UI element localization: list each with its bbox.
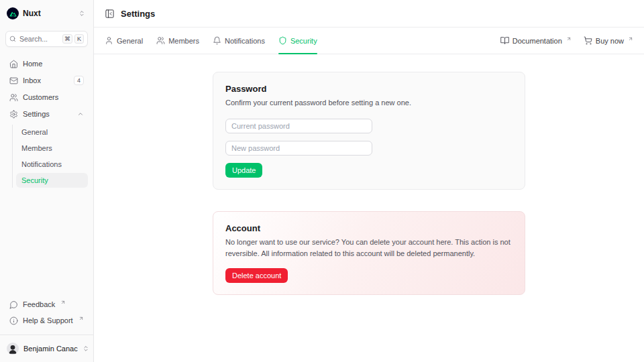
cart-icon: [584, 36, 592, 45]
account-card-description: No longer want to use our service? You c…: [225, 237, 513, 259]
gear-icon: [9, 110, 18, 119]
sidebar-item-settings[interactable]: Settings: [5, 107, 88, 121]
new-password-field[interactable]: [225, 141, 372, 156]
help-support-link[interactable]: Help & Support: [5, 313, 88, 328]
panel-left-close-icon: [105, 9, 115, 19]
info-circle-icon: [9, 316, 18, 325]
sidebar-item-notifications[interactable]: Notifications: [16, 157, 88, 172]
home-icon: [9, 60, 18, 68]
external-link-icon: [566, 36, 572, 42]
toolbar-link-label: Documentation: [513, 37, 562, 45]
sidebar-item-customers[interactable]: Customers: [5, 90, 88, 105]
inbox-icon: [9, 76, 18, 85]
sidebar-item-security[interactable]: Security: [16, 173, 88, 188]
users-icon: [9, 93, 18, 102]
external-link-icon: [78, 316, 84, 321]
sidebar-footer: Feedback Help & Support Benjamin Canac: [5, 297, 88, 357]
user-name: Benjamin Canac: [23, 345, 78, 353]
footer-link-label: Feedback: [23, 300, 55, 308]
book-open-icon: [500, 36, 509, 45]
bell-icon: [213, 36, 221, 45]
divider: [0, 335, 93, 335]
page-title: Settings: [121, 9, 155, 19]
sidebar-nav: Home Inbox 4 Customers Settings General …: [5, 56, 88, 188]
collapse-sidebar-button[interactable]: [105, 9, 115, 19]
feedback-link[interactable]: Feedback: [5, 297, 88, 312]
sidebar-item-label: Inbox: [23, 76, 41, 84]
password-card-title: Password: [225, 84, 513, 94]
tab-label: Security: [290, 37, 317, 45]
shield-icon: [278, 36, 287, 45]
current-password-field[interactable]: [225, 119, 372, 133]
chevrons-up-down-icon: [83, 345, 89, 352]
tab-label: General: [117, 37, 143, 45]
password-card-description: Confirm your current password before set…: [225, 97, 513, 109]
chat-bubble-icon: [9, 300, 18, 309]
users-icon: [156, 36, 165, 45]
sidebar-item-label: Settings: [23, 110, 50, 118]
sidebar-item-label: General: [21, 128, 48, 136]
chevrons-up-down-icon: [78, 10, 85, 17]
sidebar-item-general[interactable]: General: [16, 125, 88, 139]
nuxt-logo-icon: [7, 7, 19, 19]
external-link-icon: [60, 300, 66, 305]
update-password-button[interactable]: Update: [225, 163, 262, 178]
toolbar-link-label: Buy now: [596, 37, 624, 45]
buy-now-link[interactable]: Buy now: [584, 36, 633, 45]
search-shortcut: ⌘ K: [62, 34, 84, 44]
account-card: Account No longer want to use our servic…: [213, 211, 525, 295]
tab-label: Members: [168, 37, 199, 45]
settings-toolbar: General Members Notifications Security D…: [94, 27, 644, 54]
tab-notifications[interactable]: Notifications: [213, 27, 265, 54]
chevron-up-icon: [77, 111, 84, 117]
tab-members[interactable]: Members: [156, 27, 199, 54]
settings-content: Password Confirm your current password b…: [94, 54, 644, 362]
inbox-count-badge: 4: [74, 76, 84, 85]
user-icon: [105, 36, 113, 45]
sidebar-item-label: Members: [21, 144, 52, 152]
sidebar-item-label: Security: [21, 176, 48, 184]
sidebar-item-members[interactable]: Members: [16, 141, 88, 156]
sidebar-item-inbox[interactable]: Inbox 4: [5, 73, 88, 88]
password-card: Password Confirm your current password b…: [213, 72, 525, 190]
footer-link-label: Help & Support: [23, 316, 73, 324]
sidebar: Nuxt Search... ⌘ K Home Inbox 4 Customer…: [0, 0, 94, 362]
settings-subnav: General Members Notifications Security: [12, 125, 88, 188]
external-link-icon: [628, 36, 633, 42]
sidebar-item-label: Notifications: [21, 160, 62, 168]
user-menu[interactable]: Benjamin Canac: [5, 341, 88, 357]
tab-label: Notifications: [225, 37, 265, 45]
search-icon: [9, 36, 16, 42]
sidebar-item-label: Customers: [23, 93, 58, 101]
page-header: Settings: [94, 0, 644, 27]
sidebar-item-home[interactable]: Home: [5, 56, 88, 71]
tab-security[interactable]: Security: [278, 27, 317, 54]
kbd-meta: ⌘: [62, 34, 72, 44]
toolbar-links: Documentation Buy now: [500, 27, 633, 54]
search-placeholder: Search...: [19, 35, 48, 43]
sidebar-item-label: Home: [23, 60, 42, 68]
workspace-switcher[interactable]: Nuxt: [5, 5, 88, 21]
kbd-k: K: [74, 34, 84, 44]
settings-tabs: General Members Notifications Security: [105, 27, 317, 54]
documentation-link[interactable]: Documentation: [500, 36, 572, 45]
tab-general[interactable]: General: [105, 27, 143, 54]
main-area: Settings General Members Notifications S…: [94, 0, 644, 362]
search-input[interactable]: Search... ⌘ K: [5, 31, 88, 47]
workspace-name: Nuxt: [23, 9, 41, 18]
avatar: [7, 343, 19, 355]
delete-account-button[interactable]: Delete account: [225, 268, 288, 283]
account-card-title: Account: [225, 223, 513, 233]
